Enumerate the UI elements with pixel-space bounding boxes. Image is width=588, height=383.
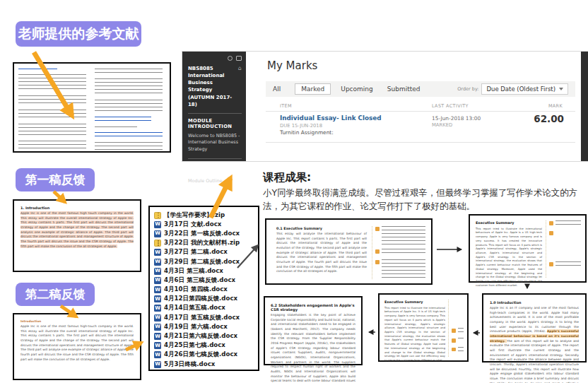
file-type-icon bbox=[154, 324, 161, 331]
exec-summary-comments-thumbnail: Executive Summary This report tried to i… bbox=[378, 293, 469, 362]
course-title: NBS8085 International Business Strategy … bbox=[188, 65, 236, 108]
comment-lines bbox=[458, 347, 464, 353]
comment-lines bbox=[458, 328, 464, 334]
draft2-text: Apple Inc is one of the most famous high… bbox=[20, 324, 134, 362]
sidebar-divider bbox=[188, 158, 242, 159]
comment-icon bbox=[375, 227, 380, 231]
marks-tabbar: All Marked Upcoming Submitted Order by: … bbox=[266, 81, 575, 97]
order-by-value: Due Date (Oldest First) bbox=[486, 86, 555, 93]
infographic-canvas: 老师提供的参考文献 第一稿反馈 第二稿反馈 bbox=[0, 0, 588, 383]
file-item[interactable]: 4月12日第四稿反馈.docx bbox=[154, 295, 255, 304]
file-item[interactable]: 4月6日 第三稿反馈.docx bbox=[154, 276, 255, 285]
order-by-label: Order by: bbox=[457, 86, 478, 92]
home-icon[interactable]: ⌂ bbox=[238, 65, 242, 108]
text-lines bbox=[95, 69, 163, 75]
file-item[interactable]: 3月22日 第一稿反馈.docx bbox=[154, 229, 255, 238]
comments-column bbox=[448, 300, 464, 357]
comment-icon bbox=[452, 348, 456, 352]
file-type-icon bbox=[154, 305, 161, 312]
comment-icon bbox=[549, 262, 553, 266]
outcome-body: 小Y同学最终取得满意成绩。尽管过程艰辛，但最终学习掌握了写作学术论文的方法，为其… bbox=[263, 186, 585, 213]
file-type-icon bbox=[154, 268, 161, 275]
file-name: 4月21日第六稿反馈.docx bbox=[164, 332, 237, 341]
file-name: 【学生写作要求】.zip bbox=[164, 211, 225, 220]
tab[interactable]: Submitted bbox=[387, 86, 421, 93]
sidebar-section-heading: MODULE INTRODUCTION bbox=[188, 118, 242, 129]
file-name: 3月27日 第二稿.docx bbox=[164, 248, 228, 257]
file-item[interactable]: 4月3日 第三稿.docx bbox=[154, 266, 255, 276]
comments-column bbox=[546, 220, 581, 278]
draft1-heading: 1. Introduction bbox=[20, 206, 134, 210]
text-lines bbox=[18, 74, 86, 91]
file-name: 5月3日终稿.docx bbox=[164, 360, 215, 369]
comment-lines bbox=[382, 249, 426, 255]
file-item[interactable]: 5月3日终稿.docx bbox=[154, 360, 255, 369]
file-item[interactable]: 4月25日第七稿.docx bbox=[154, 341, 255, 350]
hyperlink-lines bbox=[95, 132, 163, 139]
assignment-last-activity: 15-Jun-2018 13:00 bbox=[432, 115, 481, 122]
order-by-dropdown[interactable]: Due Date (Oldest First) bbox=[481, 83, 568, 95]
file-item[interactable]: 4月10日 第四稿.docx bbox=[154, 285, 255, 295]
comment-icon bbox=[452, 329, 456, 333]
comments-column bbox=[372, 226, 425, 279]
comment-lines bbox=[555, 261, 582, 267]
file-name: 4月26日第七稿反馈.docx bbox=[164, 350, 237, 359]
sidebar-sections: MODULE INTRODUCTION Welcome to NBS8085 -… bbox=[188, 113, 242, 184]
table-divider bbox=[266, 111, 575, 112]
text-lines bbox=[95, 78, 163, 95]
file-name: 3月22日 我的文献材料.zip bbox=[164, 239, 240, 247]
file-item[interactable]: 4月19日 第六稿.docx bbox=[154, 322, 255, 331]
window-edge bbox=[581, 52, 588, 161]
flow5-heading: 6.2 Stakeholders engagement in Apple's C… bbox=[271, 303, 355, 312]
search-icon[interactable] bbox=[228, 56, 233, 61]
second-draft-thumbnail: Introduction Apple Inc is one of the mos… bbox=[13, 313, 141, 380]
sidebar-section-item[interactable]: Welcome to NBS8085 - International Busin… bbox=[188, 133, 242, 153]
file-name: 4月3日 第三稿.docx bbox=[164, 267, 223, 276]
tab[interactable]: Marked bbox=[295, 83, 331, 95]
assignment-kind: Turnitin Assignment: bbox=[280, 129, 334, 136]
window-icon[interactable] bbox=[236, 56, 242, 61]
file-type-icon bbox=[154, 342, 161, 349]
file-item[interactable]: 4月14日第五稿.docx bbox=[154, 304, 255, 313]
csr-section-doc-thumbnail: 6.2 Stakeholders engagement in Apple's C… bbox=[264, 296, 363, 365]
flow3-heading: 1.0 Introduction bbox=[490, 300, 579, 305]
file-name: 4月14日第五稿.docx bbox=[164, 304, 225, 312]
file-item[interactable]: 3月17日 文献.docx bbox=[154, 220, 255, 229]
comment-lines bbox=[555, 220, 582, 226]
text-lines bbox=[18, 124, 86, 137]
assignment-mark: 62.00 bbox=[534, 113, 564, 124]
text-lines bbox=[18, 141, 86, 149]
outcome-title: 课程成果: bbox=[263, 170, 311, 185]
file-type-icon bbox=[154, 230, 161, 237]
tab[interactable]: Upcoming bbox=[341, 86, 372, 93]
file-type-icon bbox=[154, 221, 161, 228]
flow4-text: This report tried to illustrate the inte… bbox=[384, 307, 445, 363]
assignment-status: MARKED bbox=[432, 122, 452, 128]
file-item[interactable]: 3月27日 第二稿.docx bbox=[154, 248, 255, 257]
sidebar-section-item[interactable]: Module Outline bbox=[188, 178, 242, 185]
file-name: 4月10日 第四稿.docx bbox=[164, 285, 228, 294]
comment-lines bbox=[382, 226, 426, 244]
assignment-link[interactable]: Individual Essay- Link Closed bbox=[280, 114, 382, 122]
file-item[interactable]: 4月26日第七稿反馈.docx bbox=[154, 350, 255, 360]
file-item[interactable]: 3月29日 第二稿反馈.docx bbox=[154, 257, 255, 266]
file-type-icon bbox=[154, 314, 161, 322]
lms-mymarks-screenshot: NBS8085 International Business Strategy … bbox=[182, 52, 588, 161]
reference-page-right bbox=[95, 69, 165, 146]
file-type-icon bbox=[154, 240, 161, 247]
comment-icon bbox=[375, 260, 380, 264]
tab[interactable]: All bbox=[273, 86, 281, 93]
comment-lines bbox=[382, 259, 426, 278]
assignment-due: DUE 15-JUN-2018 bbox=[280, 123, 322, 129]
column-header-mark: MARK bbox=[548, 103, 563, 109]
file-item[interactable]: 4月21日第六稿反馈.docx bbox=[154, 331, 255, 341]
file-item[interactable]: 4月17日 第五稿反馈.docx bbox=[154, 313, 255, 322]
file-item[interactable]: 【学生写作要求】.zip bbox=[154, 211, 255, 220]
file-item[interactable]: 3月22日 我的文献材料.zip bbox=[154, 239, 255, 248]
hyperlink-lines bbox=[95, 117, 151, 123]
file-type-icon bbox=[154, 249, 161, 256]
column-header-item: ITEM bbox=[280, 103, 292, 109]
flow4-heading: Executive Summary bbox=[384, 300, 445, 305]
badge-teacher-references: 老师提供的参考文献 bbox=[16, 21, 141, 47]
tracked-changes-doc-thumbnail: Executive Summary This report tried to i… bbox=[469, 214, 587, 283]
